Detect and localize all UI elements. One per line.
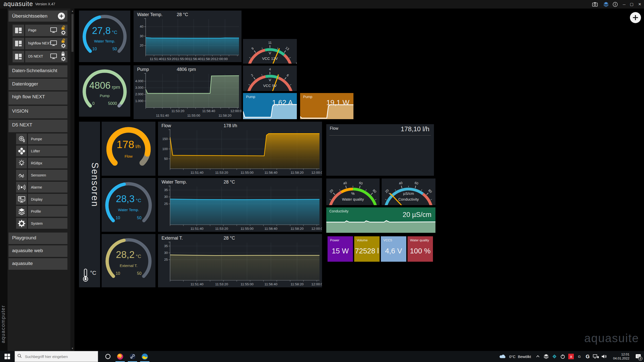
gear-icon[interactable] [61, 43, 66, 49]
close-button[interactable]: ✕ [636, 0, 643, 9]
tray-amd-icon[interactable]: a [568, 353, 574, 360]
page-item-body[interactable]: Page [25, 25, 67, 36]
sidebar-section-aquasuite[interactable]: aquasuite [9, 258, 67, 270]
gauge-label-text: Water Temp. [118, 208, 139, 212]
gauge-min-label: 10 [116, 216, 120, 220]
sidebar-section-vision[interactable]: VISION [9, 106, 67, 118]
gauge-max: 50 [112, 47, 117, 51]
page-item-body[interactable]: highflow NEXT [25, 38, 67, 49]
start-button[interactable] [0, 351, 15, 362]
analog-unit-text: V [269, 51, 271, 55]
subitem-body[interactable]: Profile [28, 206, 67, 217]
overlay-layers-icon[interactable] [603, 1, 609, 7]
aquasuite-watermark: aquasuite [564, 331, 639, 345]
tray-network-icon[interactable] [593, 353, 599, 360]
analog-gauge-unit: % [326, 191, 380, 196]
sidebar-section-aquasuite-web[interactable]: aquasuite web [9, 245, 67, 257]
gauge-label-text: Pump [100, 94, 109, 98]
clock-time: 12:01 [613, 352, 629, 356]
page-item-body[interactable]: D5 NEXT [25, 51, 67, 62]
layers-icon [16, 206, 27, 217]
section-label: D5 NEXT [12, 122, 32, 128]
gauge-value-number: 4806 [89, 80, 111, 91]
analog-gauge-name: VCC 5V [243, 83, 297, 88]
sidebar-scrollbar[interactable]: ▲ ▼ [70, 9, 74, 351]
sidebar-page-item[interactable]: Page [9, 25, 67, 37]
subitem-body[interactable]: Sensoren [28, 170, 67, 180]
steam-icon[interactable] [126, 351, 139, 362]
tray-power-icon[interactable] [559, 353, 566, 360]
info-icon[interactable] [612, 1, 618, 7]
subitem-body[interactable]: Alarme [28, 182, 67, 193]
add-page-button[interactable] [58, 13, 65, 20]
sidebar-item-rgbpx[interactable]: RGBpx [9, 158, 67, 169]
svg-text:G: G [586, 354, 590, 359]
tray-chevron-up-icon[interactable] [535, 353, 541, 360]
sidebar-item-alarme[interactable]: Alarme [9, 182, 67, 193]
search-input[interactable] [24, 354, 91, 359]
subitem-body[interactable]: System [28, 218, 67, 229]
chart-title: Water Temp. [137, 12, 163, 17]
tray-diamond-icon[interactable] [551, 353, 558, 360]
subitem-body[interactable]: Pumpe [28, 133, 67, 144]
firefox-icon[interactable] [114, 351, 126, 362]
sidebar-page-item[interactable]: D5 NEXT [9, 51, 67, 63]
tray-volume-icon[interactable] [601, 353, 608, 360]
analog-name-text: VCC 12V [262, 56, 278, 61]
clock-date: 04.01.2022 [613, 356, 629, 360]
gauge-min-label: 10 [116, 271, 120, 276]
tile-et-chart: 25303511:51:4011:53:2011:55:0011:56:4011… [158, 234, 322, 287]
svg-text:30: 30 [164, 251, 168, 255]
scroll-down-icon[interactable]: ▼ [70, 346, 74, 350]
sidebar-item-sensoren[interactable]: Sensoren [9, 170, 67, 181]
svg-text:25: 25 [164, 258, 168, 261]
flow-bars-value: 178,10 l/h [401, 125, 429, 133]
spark-tile-label: Pump [246, 95, 255, 99]
svg-text:11:58:20: 11:58:20 [291, 282, 304, 286]
sidebar-section-daten-schnellansicht[interactable]: Daten-Schnellansicht [9, 65, 67, 77]
chart-title: External T. [162, 236, 183, 241]
sidebar-item-display[interactable]: Display [9, 194, 67, 205]
subitem-body[interactable]: Display [28, 194, 67, 205]
tray-logitech-g-icon[interactable]: G [584, 353, 591, 360]
chart-current-value: 178 l/h [224, 123, 237, 128]
sidebar-item-profile[interactable]: Profile [9, 206, 67, 217]
sidebar-section-high-flow-next[interactable]: high flow NEXT [9, 92, 67, 105]
sidebar-page-item[interactable]: highflow NEXT [9, 38, 67, 50]
cortana-icon[interactable] [102, 351, 114, 362]
analog-name-text: Conductivity [398, 197, 419, 201]
app-logo: aquasuite [4, 0, 33, 8]
svg-text:12:00:00: 12:00:00 [311, 227, 322, 231]
stat-tile-label: Water quality [410, 238, 429, 242]
sidebar-section-datenlogger[interactable]: Datenlogger [9, 79, 67, 90]
maximize-button[interactable]: ▢ [628, 0, 635, 9]
stat-tile-water-quality: Water quality100 % [408, 236, 433, 262]
sidebar-item-pumpe[interactable]: Pumpe [9, 133, 67, 145]
aquasuite-taskbar-icon[interactable] [139, 351, 151, 362]
minimize-button[interactable]: ─ [620, 0, 628, 9]
subitem-body[interactable]: Lüfter [28, 146, 67, 156]
screenshot-camera-icon[interactable] [592, 1, 598, 7]
tray-logitech-icon[interactable]: G [576, 353, 583, 360]
notification-center-button[interactable]: 3 [632, 351, 644, 362]
analog-gauge-name: Conductivity [382, 197, 435, 201]
scrollbar-thumb[interactable] [71, 14, 73, 52]
weather-widget[interactable]: 0°C Bewölkt [499, 354, 531, 359]
taskbar-clock[interactable]: 12:01 04.01.2022 [613, 352, 629, 360]
add-widget-button[interactable] [630, 12, 641, 23]
taskbar-search[interactable] [15, 351, 98, 362]
divider-line [329, 135, 431, 135]
gauge-value: 178l/h [102, 139, 155, 151]
subitem-body[interactable]: RGBpx [28, 158, 67, 168]
search-icon [17, 354, 22, 359]
gear-icon[interactable] [61, 30, 66, 36]
sidebar-item-system[interactable]: System [9, 218, 67, 229]
sidebar-section-playground[interactable]: Playground [9, 233, 67, 244]
svg-text:35: 35 [164, 244, 168, 248]
tray-aquasuite-layers-icon[interactable] [543, 353, 549, 360]
gear-icon[interactable] [61, 56, 66, 62]
svg-text:4.000: 4.000 [135, 79, 143, 83]
scroll-up-icon[interactable]: ▲ [70, 9, 74, 13]
sidebar-section-d5-next[interactable]: D5 NEXT [9, 120, 67, 132]
sidebar-item-lüfter[interactable]: Lüfter [9, 146, 67, 157]
